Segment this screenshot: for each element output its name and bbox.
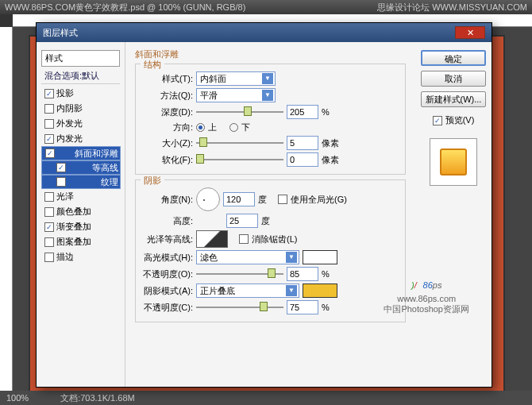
layer-style-dialog: 图层样式 ✕ 样式 混合选项:默认 投影内阴影外发光内发光斜面和浮雕等高线纹理光… [36,22,492,388]
styles-list: 样式 混合选项:默认 投影内阴影外发光内发光斜面和浮雕等高线纹理光泽颜色叠加渐变… [37,42,125,387]
ruler-vertical [0,27,13,391]
soften-slider[interactable] [196,154,283,165]
style-item[interactable]: 颜色叠加 [41,204,120,219]
chevron-down-icon: ▼ [262,90,273,101]
status-bar: 100% 文档:703.1K/1.68M [0,391,532,405]
size-slider[interactable] [196,137,283,148]
angle-label: 角度(N): [142,194,193,206]
chevron-down-icon: ▼ [286,285,297,296]
gloss-contour-picker[interactable] [196,230,228,248]
style-label: 等高线 [92,162,118,174]
blend-options-header[interactable]: 混合选项:默认 [41,68,120,84]
style-item[interactable]: 纹理 [41,175,121,189]
new-style-button[interactable]: 新建样式(W)... [421,91,486,107]
style-label: 描边 [56,251,74,263]
close-icon[interactable]: ✕ [455,26,485,39]
style-item[interactable]: 图案叠加 [41,234,120,249]
style-item[interactable]: 描边 [41,249,120,264]
direction-up-radio[interactable] [196,123,205,132]
dialog-buttons: 确定 取消 新建样式(W)... 预览(V) [415,42,492,387]
angle-input[interactable]: 120 [223,192,255,206]
forum-credit: 思缘设计论坛 WWW.MISSYUAN.COM [377,0,527,14]
highlight-mode-label: 高光模式(H): [142,252,193,264]
style-item[interactable]: 外发光 [41,116,120,131]
global-light-label: 使用全局光(G) [291,194,347,206]
highlight-opacity-input[interactable]: 85 [287,267,318,281]
shading-legend: 阴影 [141,175,164,187]
app-titlebar: WWW.86PS.COM黄色字效教程.psd @ 100% (GUNN, RGB… [0,0,532,14]
panel-title: 斜面和浮雕 [135,48,406,60]
style-checkbox[interactable] [44,237,54,247]
styles-header[interactable]: 样式 [41,50,120,67]
soften-input[interactable]: 0 [287,152,318,167]
style-checkbox[interactable] [44,89,54,98]
global-light-checkbox[interactable] [278,195,287,204]
style-label: 样式(T): [142,73,193,85]
style-checkbox[interactable] [44,119,54,129]
preview-label: 预览(V) [445,114,475,126]
angle-wheel[interactable] [196,187,220,211]
altitude-input[interactable]: 25 [226,214,258,228]
style-label: 外发光 [56,118,83,129]
style-label: 纹理 [101,176,118,188]
shadow-opacity-slider[interactable] [196,302,283,313]
cancel-button[interactable]: 取消 [421,71,486,87]
style-checkbox[interactable] [56,163,66,172]
shadow-opacity-label: 不透明度(C): [142,302,193,314]
shadow-mode-label: 阴影模式(A): [142,285,193,297]
style-item[interactable]: 等高线 [41,160,121,175]
bevel-panel: 斜面和浮雕 结构 样式(T): 内斜面▼ 方法(Q): 平滑▼ 深度(D): 2… [125,42,415,387]
direction-down-radio[interactable] [229,123,238,132]
structure-legend: 结构 [141,59,164,71]
shadow-opacity-input[interactable]: 75 [287,300,318,314]
style-item[interactable]: 渐变叠加 [41,219,120,234]
shadow-color-swatch[interactable] [303,284,337,298]
soften-label: 软化(F): [142,154,193,166]
chevron-down-icon: ▼ [286,252,297,263]
antialias-checkbox[interactable] [239,234,249,244]
style-checkbox[interactable] [44,192,54,202]
style-checkbox[interactable] [44,134,54,144]
style-select[interactable]: 内斜面▼ [196,71,276,86]
highlight-opacity-label: 不透明度(O): [142,268,193,280]
direction-label: 方向: [142,122,193,133]
dialog-title: 图层样式 [43,23,78,42]
ok-button[interactable]: 确定 [421,50,486,66]
highlight-opacity-slider[interactable] [196,268,283,280]
size-input[interactable]: 5 [287,136,318,150]
style-label: 内发光 [56,133,83,145]
highlight-mode-select[interactable]: 滤色▼ [196,250,299,264]
depth-input[interactable]: 205 [287,105,318,119]
style-label: 颜色叠加 [56,206,91,218]
style-item[interactable]: 内发光 [41,131,120,146]
shadow-mode-select[interactable]: 正片叠底▼ [196,284,299,298]
method-select[interactable]: 平滑▼ [196,88,276,102]
style-checkbox[interactable] [44,207,54,217]
style-item[interactable]: 斜面和浮雕 [41,146,121,160]
style-item[interactable]: 投影 [41,86,120,101]
preview-checkbox[interactable] [433,116,442,125]
style-item[interactable]: 光泽 [41,189,120,204]
depth-slider[interactable] [196,106,283,118]
style-checkbox[interactable] [44,104,54,114]
size-label: 大小(Z): [142,137,193,149]
altitude-label: 高度: [142,215,193,227]
highlight-color-swatch[interactable] [303,250,337,264]
antialias-label: 消除锯齿(L) [252,233,297,245]
style-label: 光泽 [56,191,74,202]
style-checkbox[interactable] [56,177,66,187]
method-label: 方法(Q): [142,90,193,102]
chevron-down-icon: ▼ [262,73,273,84]
style-label: 图案叠加 [56,236,91,248]
style-checkbox[interactable] [45,148,55,158]
style-label: 渐变叠加 [56,221,91,233]
depth-label: 深度(D): [142,106,193,118]
dialog-titlebar[interactable]: 图层样式 ✕ [37,23,492,42]
zoom-level: 100% [6,391,29,405]
doc-title: WWW.86PS.COM黄色字效教程.psd @ 100% (GUNN, RGB… [5,0,245,14]
style-checkbox[interactable] [44,222,54,232]
doc-size: 文档:703.1K/1.68M [60,391,135,405]
style-item[interactable]: 内阴影 [41,101,120,116]
style-label: 投影 [56,87,74,99]
style-checkbox[interactable] [44,253,54,262]
